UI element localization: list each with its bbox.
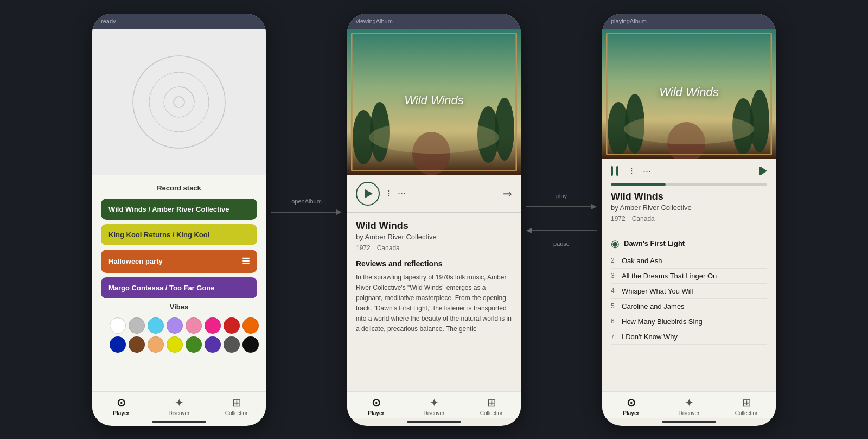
open-album-arrow-svg xyxy=(271,207,342,218)
screen3-state: playingAlbum xyxy=(611,18,647,24)
vibe-lavender[interactable] xyxy=(167,317,183,334)
open-album-label: openAlbum xyxy=(271,198,342,205)
nav-collection-label-3: Collection xyxy=(735,410,759,416)
vibe-pink[interactable] xyxy=(186,317,202,334)
vibe-hot-pink[interactable] xyxy=(205,317,221,334)
svg-point-24 xyxy=(624,114,754,144)
record-title-margo: Margo Contessa / Too Far Gone xyxy=(108,284,215,292)
player-icon-3: ⊙ xyxy=(627,396,636,409)
album-year-2: 1972 xyxy=(356,244,371,252)
vinyl-icon: ◉ xyxy=(611,238,620,250)
track-item-2[interactable]: 2 Oak and Ash xyxy=(611,253,767,269)
screen2-header: viewingAlbum xyxy=(347,14,521,29)
svg-point-12 xyxy=(369,121,499,154)
nav-discover-3[interactable]: ✦ Discover xyxy=(660,396,718,416)
screen1-content: Record stack Wild Winds / Amber River Co… xyxy=(92,29,266,391)
nav-collection-3[interactable]: ⊞ Collection xyxy=(718,396,776,416)
share-icon-2[interactable]: ⇒ xyxy=(503,187,512,200)
library-icon-3[interactable]: ⫶ xyxy=(629,166,634,177)
skip-triangle xyxy=(761,167,767,175)
svg-point-8 xyxy=(370,102,390,162)
track-item-active[interactable]: ◉ Dawn's First Light xyxy=(611,234,767,253)
vibe-cyan[interactable] xyxy=(148,317,164,334)
track-num-2: 2 xyxy=(611,257,622,264)
phone-viewing: viewingAlbum xyxy=(347,14,521,426)
album-artist-2: by Amber River Collective xyxy=(356,233,512,241)
nav-discover-2[interactable]: ✦ Discover xyxy=(405,396,463,416)
vibe-purple[interactable] xyxy=(205,336,221,353)
record-item-halloween[interactable]: Halloween party ☰ xyxy=(101,250,257,273)
more-icon-2[interactable]: ··· xyxy=(398,188,406,199)
vibe-yellow[interactable] xyxy=(167,336,183,353)
svg-point-3 xyxy=(174,97,184,107)
vibe-black[interactable] xyxy=(242,336,259,353)
album-art-medium: Wild Winds xyxy=(602,29,776,159)
collection-icon-1: ⊞ xyxy=(232,396,241,409)
nav-discover-1[interactable]: ✦ Discover xyxy=(150,396,208,416)
nav-player-3[interactable]: ⊙ Player xyxy=(602,396,660,416)
nav-collection-label-2: Collection xyxy=(480,410,504,416)
vibe-brown[interactable] xyxy=(129,336,145,353)
record-title-king-kool: King Kool Returns / King Kool xyxy=(108,231,209,239)
track-active-row: ◉ Dawn's First Light xyxy=(611,238,685,250)
phone-playing: playingAlbum xyxy=(602,14,776,426)
track-item-7[interactable]: 7 I Don't Know Why xyxy=(611,329,767,345)
svg-point-22 xyxy=(750,90,769,152)
play-button-2[interactable] xyxy=(356,182,380,206)
record-stack-section: Record stack Wild Winds / Amber River Co… xyxy=(92,175,266,391)
vibe-peach[interactable] xyxy=(148,336,164,353)
reviews-section-2: Reviews and reflections In the sprawling… xyxy=(347,259,521,391)
track-num-6: 6 xyxy=(611,317,622,325)
screen2-content: Wild Winds ⫶ ··· ⇒ Wild Winds by Amber R… xyxy=(347,29,521,391)
track-item-6[interactable]: 6 How Many Bluebirds Sing xyxy=(611,314,767,329)
playing-controls: ⫶ ··· xyxy=(602,159,776,183)
home-indicator-2 xyxy=(407,421,461,423)
svg-point-1 xyxy=(149,72,209,132)
svg-point-23 xyxy=(667,122,705,159)
svg-point-0 xyxy=(133,56,225,148)
track-item-3[interactable]: 3 All the Dreams That Linger On xyxy=(611,269,767,284)
skip-button[interactable] xyxy=(758,167,767,175)
screen3-content: Wild Winds ⫶ ··· xyxy=(602,29,776,391)
vibe-dark-gray[interactable] xyxy=(224,336,240,353)
record-item-king-kool[interactable]: King Kool Returns / King Kool xyxy=(101,224,257,245)
arrow-play-pause: play pause xyxy=(521,193,602,247)
record-item-margo[interactable]: Margo Contessa / Too Far Gone xyxy=(101,277,257,298)
track-item-5[interactable]: 5 Caroline and James xyxy=(611,299,767,314)
svg-point-19 xyxy=(608,102,629,156)
nav-player-2[interactable]: ⊙ Player xyxy=(347,396,405,416)
nav-player-1[interactable]: ⊙ Player xyxy=(92,396,150,416)
nav-collection-2[interactable]: ⊞ Collection xyxy=(463,396,521,416)
track-list: ◉ Dawn's First Light 2 Oak and Ash 3 All… xyxy=(602,230,776,391)
record-item-wild-winds[interactable]: Wild Winds / Amber River Collective xyxy=(101,199,257,220)
nav-collection-1[interactable]: ⊞ Collection xyxy=(208,396,266,416)
svg-point-9 xyxy=(477,106,499,163)
arrow-play-container: play xyxy=(526,193,597,214)
nav-player-label-3: Player xyxy=(623,410,639,416)
album-name-3: Wild Winds xyxy=(611,191,767,202)
vibe-white[interactable] xyxy=(110,317,126,334)
track-item-4[interactable]: 4 Whisper What You Will xyxy=(611,284,767,299)
album-artist-3: by Amber River Collective xyxy=(611,203,767,212)
vibe-green[interactable] xyxy=(186,336,202,353)
nav-discover-label-3: Discover xyxy=(679,410,700,416)
track-name-7: I Don't Know Why xyxy=(622,333,767,341)
vibe-red[interactable] xyxy=(224,317,240,334)
screen1-state: ready xyxy=(101,18,116,24)
player-icon-2: ⊙ xyxy=(372,396,381,409)
svg-point-20 xyxy=(625,94,644,154)
library-icon-2[interactable]: ⫶ xyxy=(386,188,391,199)
screen3-nav: ⊙ Player ✦ Discover ⊞ Collection xyxy=(602,391,776,418)
more-icon-3[interactable]: ··· xyxy=(643,166,651,177)
svg-marker-17 xyxy=(526,228,532,233)
track-name-4: Whisper What You Will xyxy=(622,287,767,295)
record-title-halloween: Halloween party xyxy=(108,257,163,265)
vibe-orange[interactable] xyxy=(242,317,259,334)
vibe-gray[interactable] xyxy=(129,317,145,334)
vibe-blue[interactable] xyxy=(110,336,126,353)
svg-marker-5 xyxy=(336,209,342,215)
record-stack-title: Record stack xyxy=(101,184,257,192)
play-arrow-svg xyxy=(526,201,597,212)
album-name-2: Wild Winds xyxy=(356,220,512,232)
pause-button[interactable] xyxy=(611,166,618,176)
